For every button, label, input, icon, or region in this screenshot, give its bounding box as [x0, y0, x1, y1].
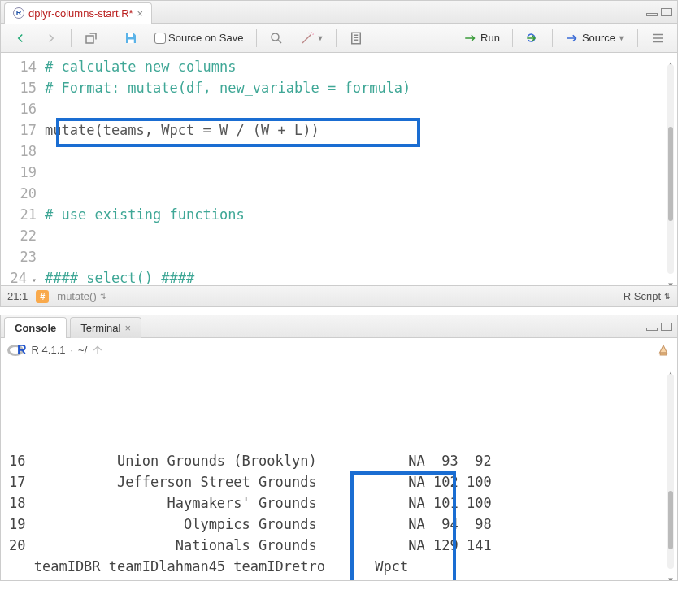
line-gutter: 1415161718192021222324 ▾: [1, 53, 45, 285]
source-button[interactable]: Source ▼: [559, 28, 631, 49]
wand-icon: [300, 31, 315, 46]
show-in-new-window-button[interactable]: [78, 28, 104, 49]
minimize-pane-icon[interactable]: [646, 13, 658, 16]
editor-pane: R dplyr-columns-start.R* × Source on Sav…: [0, 0, 678, 307]
svg-rect-2: [128, 39, 134, 43]
r-file-icon: R: [13, 7, 24, 19]
arrow-left-icon: [13, 31, 28, 46]
console-tab-bar: Console Terminal ×: [1, 315, 677, 338]
search-icon: [269, 31, 284, 46]
back-button[interactable]: [7, 28, 33, 49]
tab-terminal[interactable]: Terminal ×: [70, 317, 141, 338]
source-on-save-toggle[interactable]: Source on Save: [149, 28, 250, 47]
code-editor[interactable]: 1415161718192021222324 ▾ # calculate new…: [1, 53, 677, 285]
code-tools-button[interactable]: ▼: [294, 28, 330, 49]
r-version: R 4.1.1: [32, 344, 66, 356]
minimize-pane-icon[interactable]: [646, 328, 658, 331]
tab-filename: dplyr-columns-start.R*: [28, 7, 133, 20]
svg-point-3: [272, 33, 279, 41]
tab-console[interactable]: Console: [4, 317, 67, 338]
arrow-right-icon: [44, 31, 59, 46]
run-label: Run: [480, 32, 500, 44]
source-label: Source: [582, 32, 615, 44]
editor-toolbar: Source on Save ▼ Run Source ▼: [1, 24, 677, 53]
outline-icon: [650, 31, 665, 46]
editor-tab-bar: R dplyr-columns-start.R* ×: [1, 1, 677, 24]
scroll-up-icon[interactable]: ▲: [666, 54, 676, 63]
source-on-save-label: Source on Save: [168, 32, 244, 44]
source-icon: [565, 31, 580, 46]
language-mode[interactable]: R Script: [624, 290, 661, 302]
checkbox-icon: [154, 33, 166, 44]
chevron-down-icon: ▼: [317, 34, 324, 42]
outline-button[interactable]: [645, 28, 671, 49]
svg-rect-1: [128, 33, 133, 37]
chevron-down-icon: ▼: [618, 34, 625, 42]
editor-scrollbar[interactable]: ▲ ▼: [666, 53, 676, 285]
console-info-bar: R R 4.1.1 · ~/: [1, 338, 677, 362]
forward-button[interactable]: [38, 28, 64, 49]
maximize-pane-icon[interactable]: [661, 8, 672, 16]
run-icon: [463, 31, 478, 46]
save-icon: [124, 31, 138, 46]
scroll-up-icon[interactable]: ▲: [666, 363, 676, 373]
maximize-pane-icon[interactable]: [661, 323, 672, 331]
rerun-button[interactable]: [519, 28, 545, 49]
console-pane: Console Terminal × R R 4.1.1 · ~/ ▲ ▼ 16…: [0, 315, 678, 581]
share-icon[interactable]: [92, 345, 103, 356]
notebook-icon: [349, 31, 363, 46]
separator-dot: ·: [70, 344, 73, 356]
scroll-down-icon[interactable]: ▼: [666, 570, 676, 579]
sort-icon: ⇅: [664, 293, 671, 301]
sort-icon: ⇅: [100, 293, 106, 301]
rerun-icon: [525, 31, 540, 46]
function-navigator[interactable]: mutate() ⇅: [57, 290, 106, 302]
console-scrollbar[interactable]: ▲ ▼: [666, 362, 676, 580]
cursor-position: 21:1: [7, 290, 28, 302]
scroll-down-icon[interactable]: ▼: [666, 275, 676, 284]
close-icon[interactable]: ×: [137, 7, 144, 20]
code-content[interactable]: # calculate new columns# Format: mutate(…: [45, 53, 677, 285]
save-button[interactable]: [118, 28, 144, 49]
close-icon[interactable]: ×: [124, 322, 131, 334]
section-chip-icon[interactable]: #: [36, 290, 49, 303]
editor-tab[interactable]: R dplyr-columns-start.R* ×: [4, 2, 152, 24]
popout-icon: [84, 31, 98, 46]
compile-report-button[interactable]: [343, 28, 369, 49]
r-logo-icon: R: [7, 343, 27, 358]
console-output[interactable]: ▲ ▼ 16 Union Grounds (Brooklyn) NA 93 92…: [1, 362, 677, 580]
clear-console-icon[interactable]: [656, 343, 671, 358]
find-button[interactable]: [263, 28, 289, 49]
svg-rect-0: [86, 36, 93, 43]
run-button[interactable]: Run: [458, 28, 506, 49]
editor-status-bar: 21:1 # mutate() ⇅ R Script ⇅: [1, 285, 677, 306]
working-dir[interactable]: ~/: [78, 344, 87, 356]
